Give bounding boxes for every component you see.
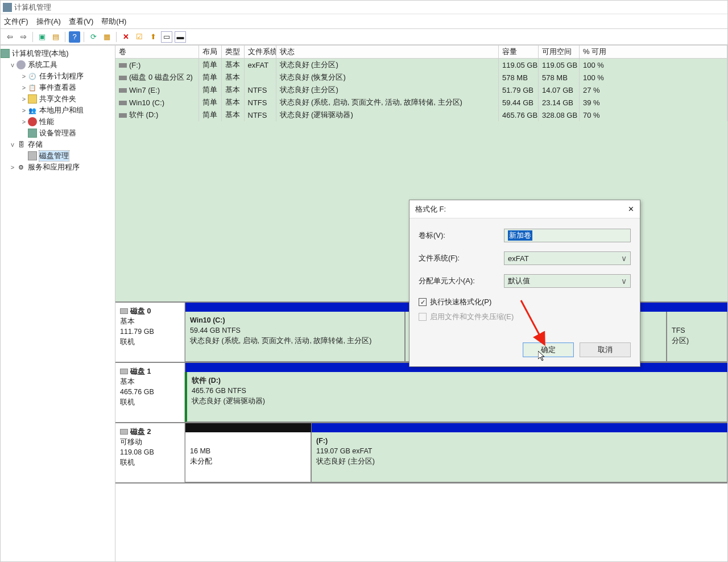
forward-icon[interactable]: ⇨	[18, 31, 29, 43]
checkbox-icon	[419, 313, 427, 321]
disk-icon	[28, 151, 37, 160]
view2-icon[interactable]: ▬	[175, 31, 186, 43]
table-row[interactable]: 软件 (D:)简单基本NTFS状态良好 (逻辑驱动器)465.76 GB328.…	[115, 109, 727, 121]
computer-icon	[1, 49, 10, 58]
volume-icon	[119, 113, 127, 118]
view1-icon[interactable]: ▭	[161, 31, 172, 43]
event-icon: 📋	[28, 83, 37, 92]
delete-icon[interactable]: ✕	[120, 31, 131, 43]
disk-2-unalloc-bar	[185, 423, 311, 432]
col-status[interactable]: 状态	[276, 46, 499, 59]
disk-2-header-bar	[311, 423, 727, 432]
volume-icon	[119, 88, 127, 93]
users-icon: 👥	[28, 106, 37, 115]
format-dialog: 格式化 F: ✕ 卷标(V): 新加卷 文件系统(F): exFAT∨ 分配单元…	[409, 200, 640, 367]
device-icon	[28, 129, 37, 138]
disk-icon	[120, 429, 128, 435]
app-icon	[3, 3, 12, 12]
table-row[interactable]: (F:)简单基本exFAT状态良好 (主分区)119.05 GB119.05 G…	[115, 59, 727, 72]
separator	[84, 32, 84, 42]
select-filesystem[interactable]: exFAT∨	[504, 251, 631, 265]
app-title: 计算机管理	[14, 2, 51, 13]
col-type[interactable]: 类型	[221, 46, 244, 59]
tree-performance[interactable]: >性能	[1, 116, 115, 127]
tree-device-manager[interactable]: 设备管理器	[1, 127, 115, 139]
partition-c[interactable]: Win10 (C:) 59.44 GB NTFS 状态良好 (系统, 启动, 页…	[185, 312, 405, 362]
storage-icon: 🗄	[16, 140, 26, 149]
check-icon[interactable]: ☑	[134, 31, 145, 43]
table-row[interactable]: Win10 (C:)简单基本NTFS状态良好 (系统, 启动, 页面文件, 活动…	[115, 96, 727, 109]
disk-icon	[120, 369, 128, 374]
label-volume-name: 卷标(V):	[419, 230, 504, 241]
up-icon[interactable]: ▣	[36, 31, 48, 43]
col-percent[interactable]: % 可用	[580, 46, 727, 59]
volume-icon	[119, 63, 127, 68]
sidebar: 计算机管理(本地) v系统工具 >🕘任务计划程序 >📋事件查看器 >共享文件夹 …	[1, 46, 115, 562]
volume-icon	[119, 101, 127, 105]
services-icon: ⚙	[16, 163, 26, 172]
label-filesystem: 文件系统(F):	[419, 253, 504, 263]
rescan-icon[interactable]: ▦	[101, 31, 113, 43]
disk-0-info[interactable]: 磁盘 0 基本 111.79 GB 联机	[115, 303, 185, 362]
col-free[interactable]: 可用空间	[539, 46, 580, 59]
menu-view[interactable]: 查看(V)	[69, 16, 93, 27]
tree-disk-management[interactable]: 磁盘管理	[1, 150, 115, 162]
chevron-down-icon: ∨	[621, 276, 627, 286]
refresh-icon[interactable]: ⟳	[88, 31, 99, 43]
checkbox-compression: 启用文件和文件夹压缩(E)	[419, 312, 631, 322]
table-row[interactable]: (磁盘 0 磁盘分区 2)简单基本状态良好 (恢复分区)578 MB578 MB…	[115, 71, 727, 84]
disk-icon	[120, 308, 128, 314]
titlebar: 计算机管理	[1, 1, 727, 14]
menubar: 文件(F) 操作(A) 查看(V) 帮助(H)	[1, 14, 727, 29]
menu-file[interactable]: 文件(F)	[4, 16, 28, 27]
ok-button[interactable]: 确定	[523, 342, 574, 357]
clock-icon: 🕘	[28, 72, 37, 81]
partition-f[interactable]: (F:) 119.07 GB exFAT 状态良好 (主分区)	[311, 432, 727, 482]
checkbox-icon: ✓	[419, 298, 427, 306]
tree-storage[interactable]: v🗄存储	[1, 139, 115, 150]
partition-right-peek[interactable]: TFS 分区)	[667, 312, 727, 362]
perf-icon	[28, 117, 37, 126]
checkbox-quick-format[interactable]: ✓ 执行快速格式化(P)	[419, 297, 631, 307]
menu-action[interactable]: 操作(A)	[36, 16, 61, 27]
props-icon[interactable]: ▤	[50, 31, 61, 43]
select-allocation-unit[interactable]: 默认值∨	[504, 274, 631, 288]
close-icon[interactable]: ✕	[628, 205, 634, 213]
disk-2-info[interactable]: 磁盘 2 可移动 119.08 GB 联机	[115, 423, 185, 482]
partition-unallocated[interactable]: 16 MB 未分配	[185, 432, 311, 482]
dialog-title: 格式化 F:	[415, 204, 446, 214]
col-volume[interactable]: 卷	[115, 46, 198, 59]
menu-help[interactable]: 帮助(H)	[101, 16, 126, 27]
separator	[116, 32, 117, 42]
disk-1-pane: 磁盘 1 基本 465.76 GB 联机 软件 (D:) 465.76 GB N…	[115, 363, 727, 423]
tree-local-users[interactable]: >👥本地用户和组	[1, 105, 115, 116]
col-layout[interactable]: 布局	[198, 46, 221, 59]
cancel-button[interactable]: 取消	[580, 342, 631, 357]
tree-services[interactable]: >⚙服务和应用程序	[1, 162, 115, 173]
back-icon[interactable]: ⇦	[4, 31, 15, 43]
chevron-down-icon: ∨	[621, 254, 627, 263]
tree-event-viewer[interactable]: >📋事件查看器	[1, 82, 115, 93]
up2-icon[interactable]: ⬆	[147, 31, 159, 43]
tree-shared-folders[interactable]: >共享文件夹	[1, 93, 115, 105]
col-filesystem[interactable]: 文件系统	[244, 46, 276, 59]
tools-icon	[16, 60, 26, 69]
partition-d[interactable]: 软件 (D:) 465.76 GB NTFS 状态良好 (逻辑驱动器)	[185, 372, 727, 422]
tree-sys-tools[interactable]: v系统工具	[1, 59, 115, 71]
folder-icon	[28, 94, 37, 104]
volume-icon	[119, 76, 127, 80]
separator	[32, 32, 33, 42]
label-allocation-unit: 分配单元大小(A):	[419, 276, 504, 286]
table-row[interactable]: Win7 (E:)简单基本NTFS状态良好 (主分区)51.79 GB14.07…	[115, 84, 727, 96]
toolbar: ⇦ ⇨ ▣ ▤ ? ⟳ ▦ ✕ ☑ ⬆ ▭ ▬	[1, 29, 727, 45]
separator	[65, 32, 65, 42]
help-icon[interactable]: ?	[69, 31, 80, 43]
tree-task-scheduler[interactable]: >🕘任务计划程序	[1, 71, 115, 82]
tree-root[interactable]: 计算机管理(本地)	[1, 48, 115, 59]
disk-2-pane: 磁盘 2 可移动 119.08 GB 联机 16	[115, 423, 727, 484]
col-capacity[interactable]: 容量	[499, 46, 539, 59]
input-volume-name[interactable]: 新加卷	[504, 229, 631, 242]
disk-1-info[interactable]: 磁盘 1 基本 465.76 GB 联机	[115, 363, 185, 422]
